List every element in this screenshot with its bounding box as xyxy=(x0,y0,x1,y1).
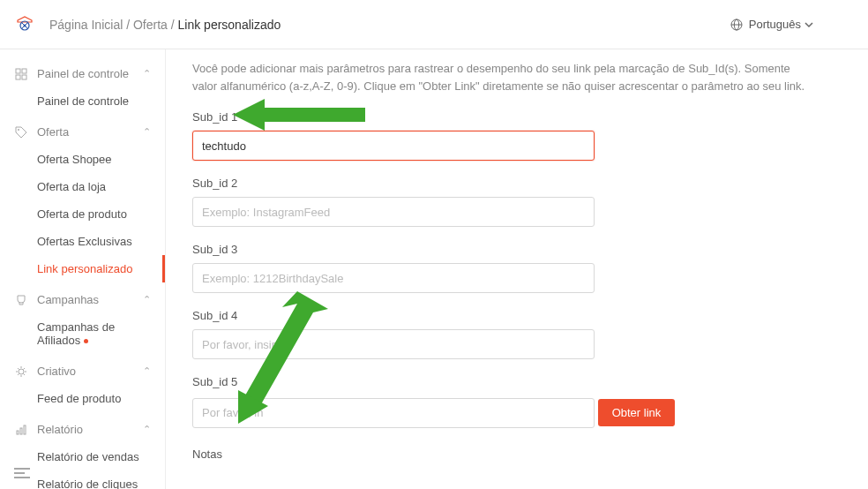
svg-line-5 xyxy=(25,26,28,29)
subid2-input[interactable] xyxy=(192,197,595,227)
nav-item-offer-store[interactable]: Oferta da loja xyxy=(0,173,165,200)
gear-icon xyxy=(14,365,28,378)
header: Página Inicial / Oferta / Link personali… xyxy=(0,0,868,49)
sidebar: Painel de controle ⌃ Painel de controle … xyxy=(0,49,166,489)
subid1-label: Sub_id 1 xyxy=(192,110,815,124)
subid3-input[interactable] xyxy=(192,263,595,293)
description-text: Você pode adicionar mais parâmetros para… xyxy=(192,60,815,94)
main-content: Você pode adicionar mais parâmetros para… xyxy=(166,49,868,489)
get-link-button[interactable]: Obter link xyxy=(598,399,676,426)
subid4-label: Sub_id 4 xyxy=(192,309,815,322)
collapse-icon xyxy=(14,467,30,479)
nav-group-creative[interactable]: Criativo ⌃ xyxy=(0,357,165,385)
nav-item-affiliate-campaigns[interactable]: Campanhas de Afiliados xyxy=(0,313,165,354)
svg-rect-11 xyxy=(16,75,20,79)
sidebar-collapse-button[interactable] xyxy=(14,467,30,482)
trophy-icon xyxy=(14,294,28,306)
subid3-label: Sub_id 3 xyxy=(192,243,815,256)
chevron-up-icon: ⌃ xyxy=(143,68,151,79)
svg-rect-12 xyxy=(22,75,26,79)
nav-item-offer-shopee[interactable]: Oferta Shopee xyxy=(0,146,165,173)
nav-group-report[interactable]: Relatório ⌃ xyxy=(0,416,165,443)
chart-icon xyxy=(14,424,28,436)
chevron-down-icon xyxy=(804,20,813,29)
chevron-up-icon: ⌃ xyxy=(143,365,151,377)
subid2-label: Sub_id 2 xyxy=(192,177,815,190)
svg-rect-9 xyxy=(16,69,20,73)
svg-line-4 xyxy=(21,26,25,29)
language-label: Português xyxy=(749,18,801,31)
subid1-input[interactable] xyxy=(192,131,595,161)
svg-point-14 xyxy=(19,369,24,374)
subid4-input[interactable] xyxy=(192,329,595,359)
subid5-label: Sub_id 5 xyxy=(192,375,815,388)
svg-rect-16 xyxy=(20,428,22,434)
app-logo xyxy=(14,14,35,35)
nav-item-product-feed[interactable]: Feed de produto xyxy=(0,385,165,412)
notification-dot-icon xyxy=(84,339,88,343)
nav-group-campaigns[interactable]: Campanhas ⌃ xyxy=(0,286,165,313)
notes-label: Notas xyxy=(192,448,815,461)
breadcrumb-home[interactable]: Página Inicial xyxy=(49,18,123,32)
breadcrumb-current: Link personalizado xyxy=(178,18,281,32)
nav-group-offer[interactable]: Oferta ⌃ xyxy=(0,118,165,146)
subid5-input[interactable] xyxy=(192,398,595,428)
breadcrumb: Página Inicial / Oferta / Link personali… xyxy=(49,18,730,32)
breadcrumb-offer[interactable]: Oferta xyxy=(133,18,168,32)
chevron-up-icon: ⌃ xyxy=(143,126,151,138)
language-selector[interactable]: Português xyxy=(730,18,819,32)
chevron-up-icon: ⌃ xyxy=(143,424,151,435)
dashboard-icon xyxy=(14,68,28,80)
globe-icon xyxy=(730,18,744,32)
svg-rect-15 xyxy=(17,431,19,434)
nav-group-dashboard[interactable]: Painel de controle ⌃ xyxy=(0,60,165,87)
svg-point-13 xyxy=(18,129,19,131)
nav-item-offer-exclusive[interactable]: Ofertas Exclusivas xyxy=(0,228,165,255)
chevron-up-icon: ⌃ xyxy=(143,294,151,305)
svg-rect-17 xyxy=(24,425,26,434)
svg-rect-10 xyxy=(22,69,26,73)
tag-icon xyxy=(14,126,28,139)
nav-item-custom-link[interactable]: Link personalizado xyxy=(0,255,165,282)
nav-item-dashboard[interactable]: Painel de controle xyxy=(0,87,165,115)
nav-item-offer-product[interactable]: Oferta de produto xyxy=(0,200,165,228)
